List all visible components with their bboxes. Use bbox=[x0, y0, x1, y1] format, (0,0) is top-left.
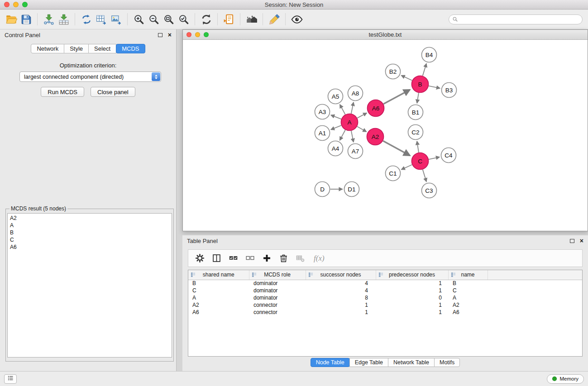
edge-C-C3[interactable] bbox=[423, 170, 426, 182]
delete-row-button[interactable] bbox=[277, 252, 290, 265]
node-A6[interactable]: A6 bbox=[368, 100, 384, 117]
memory-button[interactable]: Memory bbox=[547, 374, 584, 384]
tab-mcds[interactable]: MCDS bbox=[116, 44, 145, 53]
edge-B-B1[interactable] bbox=[417, 93, 419, 103]
tab-motifs[interactable]: Motifs bbox=[434, 358, 460, 367]
report-button[interactable] bbox=[221, 12, 236, 27]
zoom-fit-button[interactable] bbox=[161, 12, 176, 27]
save-session-button[interactable] bbox=[19, 12, 33, 27]
table-row[interactable]: A2connector11A2 bbox=[188, 301, 582, 309]
deselect-all-button[interactable] bbox=[243, 252, 257, 265]
tab-network[interactable]: Network bbox=[31, 44, 64, 53]
network-minimize-light[interactable] bbox=[195, 32, 200, 37]
close-panel-button[interactable]: Close panel bbox=[91, 87, 135, 97]
show-panels-button[interactable] bbox=[4, 374, 17, 384]
edge-C-C1[interactable] bbox=[402, 165, 412, 170]
table-settings-button[interactable] bbox=[193, 252, 206, 265]
node-D1[interactable]: D1 bbox=[344, 182, 359, 197]
close-table-panel-icon[interactable]: × bbox=[580, 238, 583, 243]
node-A3[interactable]: A3 bbox=[315, 105, 330, 119]
tab-select[interactable]: Select bbox=[88, 44, 116, 53]
node-A1[interactable]: A1 bbox=[315, 126, 330, 141]
node-B1[interactable]: B1 bbox=[408, 105, 423, 120]
style-button[interactable] bbox=[267, 12, 282, 27]
node-A8[interactable]: A8 bbox=[348, 86, 363, 101]
search-input[interactable] bbox=[449, 14, 583, 24]
function-builder-icon[interactable]: f(x) bbox=[314, 254, 325, 263]
node-A7[interactable]: A7 bbox=[348, 144, 363, 159]
edge-A-A4[interactable] bbox=[340, 130, 345, 140]
edge-B-B4[interactable] bbox=[423, 64, 426, 76]
node-B4[interactable]: B4 bbox=[422, 48, 437, 62]
home-button[interactable] bbox=[244, 12, 259, 27]
edge-C-C4[interactable] bbox=[429, 157, 440, 159]
column-header-predecessor-nodes[interactable]: predecessor nodes bbox=[376, 270, 448, 280]
table-row[interactable]: Adominator80A bbox=[188, 294, 582, 301]
float-table-panel-icon[interactable] bbox=[570, 239, 574, 243]
node-A2[interactable]: A2 bbox=[367, 129, 384, 145]
optimization-criterion-select[interactable]: largest connected component (directed) bbox=[19, 71, 161, 82]
node-C3[interactable]: C3 bbox=[422, 183, 437, 198]
node-C2[interactable]: C2 bbox=[408, 125, 423, 140]
network-zoom-light[interactable] bbox=[204, 32, 209, 37]
traffic-light-minimize[interactable] bbox=[13, 2, 19, 7]
tab-node-table[interactable]: Node Table bbox=[311, 358, 350, 367]
select-all-button[interactable] bbox=[226, 252, 240, 265]
edge-A-A1[interactable] bbox=[331, 125, 341, 129]
network-canvas[interactable]: AA1A2A3A4A5A6A7A8BB1B2B3B4CC1C2C3C4DD1 bbox=[183, 40, 588, 231]
table-row[interactable]: Cdominator41C bbox=[188, 287, 582, 294]
delete-table-button[interactable] bbox=[293, 252, 307, 265]
node-A4[interactable]: A4 bbox=[328, 141, 343, 156]
edge-A6-B[interactable] bbox=[383, 90, 410, 104]
column-menu-icon[interactable] bbox=[451, 272, 456, 277]
column-menu-icon[interactable] bbox=[308, 272, 313, 277]
node-D[interactable]: D bbox=[315, 182, 330, 197]
node-A[interactable]: A bbox=[341, 114, 358, 131]
node-B[interactable]: B bbox=[412, 76, 429, 93]
table-row[interactable]: Bdominator41B bbox=[188, 280, 582, 287]
column-menu-icon[interactable] bbox=[378, 272, 383, 277]
edge-B-B2[interactable] bbox=[402, 76, 412, 81]
edge-A-A5[interactable] bbox=[340, 105, 345, 114]
edge-A2-C[interactable] bbox=[383, 141, 410, 155]
column-header-mcds-role[interactable]: MCDS role bbox=[249, 270, 306, 280]
edge-A-A6[interactable] bbox=[357, 113, 367, 118]
refresh-layout-button[interactable] bbox=[199, 12, 214, 27]
node-C[interactable]: C bbox=[412, 153, 429, 170]
tab-network-table[interactable]: Network Table bbox=[388, 358, 435, 367]
column-menu-icon[interactable] bbox=[252, 272, 257, 277]
node-A5[interactable]: A5 bbox=[328, 89, 343, 104]
edge-A-A2[interactable] bbox=[357, 127, 366, 132]
edge-C-C2[interactable] bbox=[417, 141, 419, 152]
float-panel-icon[interactable] bbox=[158, 33, 163, 37]
node-B2[interactable]: B2 bbox=[386, 64, 401, 79]
run-mcds-button[interactable]: Run MCDS bbox=[41, 87, 84, 97]
close-panel-icon[interactable]: × bbox=[168, 33, 172, 37]
clone-network-button[interactable] bbox=[79, 12, 94, 27]
edge-B-B3[interactable] bbox=[429, 86, 440, 88]
tab-edge-table[interactable]: Edge Table bbox=[349, 358, 388, 367]
network-window-titlebar[interactable]: testGlobe.txt bbox=[183, 30, 588, 40]
add-row-button[interactable] bbox=[260, 252, 273, 265]
table-row[interactable]: A6connector11A6 bbox=[188, 309, 582, 316]
column-header-name[interactable]: name bbox=[448, 270, 488, 280]
node-C1[interactable]: C1 bbox=[386, 166, 401, 181]
traffic-light-zoom[interactable] bbox=[22, 2, 28, 7]
zoom-in-button[interactable] bbox=[131, 12, 146, 27]
mcds-result-list[interactable]: A2ABCA6 bbox=[7, 213, 172, 357]
node-B3[interactable]: B3 bbox=[442, 83, 457, 98]
zoom-out-button[interactable] bbox=[146, 12, 161, 27]
export-table-button[interactable] bbox=[94, 12, 109, 27]
column-button[interactable] bbox=[210, 252, 223, 265]
open-session-button[interactable] bbox=[4, 12, 19, 27]
column-header-successor-nodes[interactable]: successor nodes bbox=[306, 270, 376, 280]
column-header-shared-name[interactable]: shared name bbox=[188, 270, 249, 280]
traffic-light-close[interactable] bbox=[4, 2, 10, 7]
edge-A-A3[interactable] bbox=[331, 115, 341, 119]
import-table-button[interactable] bbox=[56, 12, 71, 27]
eye-button[interactable] bbox=[289, 12, 304, 27]
export-image-button[interactable] bbox=[109, 12, 124, 27]
edge-A-A8[interactable] bbox=[351, 102, 354, 114]
tab-style[interactable]: Style bbox=[64, 44, 89, 53]
import-network-button[interactable] bbox=[41, 12, 56, 27]
